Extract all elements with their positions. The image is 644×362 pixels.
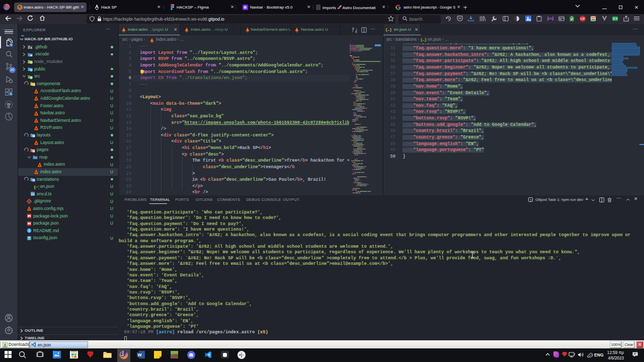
svg-text:TS: TS <box>31 193 35 196</box>
svg-text:{~}: {~} <box>34 185 39 189</box>
svg-text:W: W <box>138 352 142 357</box>
